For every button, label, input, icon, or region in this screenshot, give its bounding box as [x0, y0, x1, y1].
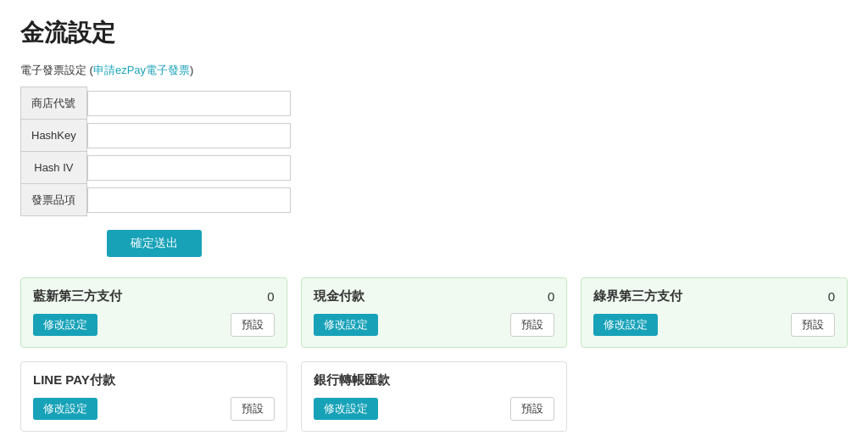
- invoice-field-row-invoice_item: 發票品項: [21, 184, 292, 216]
- card-header-linepay: LINE PAY付款: [33, 372, 275, 388]
- edit-button-linepay[interactable]: 修改設定: [33, 398, 97, 420]
- field-input-hash_key[interactable]: [87, 123, 291, 148]
- field-label-hash_key: HashKey: [21, 120, 87, 152]
- preset-button-cash[interactable]: 預設: [510, 313, 554, 337]
- card-footer-bluepay: 修改設定 預設: [33, 313, 275, 337]
- payment-card-bank: 銀行轉帳匯款 修改設定 預設: [301, 361, 568, 432]
- field-label-invoice_item: 發票品項: [21, 184, 87, 216]
- invoice-field-row-merchant_id: 商店代號: [21, 87, 292, 120]
- preset-button-ecpay[interactable]: 預設: [791, 313, 835, 337]
- card-footer-cash: 修改設定 預設: [314, 313, 555, 337]
- payment-row-1: 藍新第三方支付 0 修改設定 預設 現金付款 0 修改設定 預設 綠界第三方支付…: [20, 277, 848, 348]
- invoice-section-label: 電子發票設定 (申請ezPay電子發票): [20, 63, 848, 78]
- edit-button-bluepay[interactable]: 修改設定: [33, 314, 97, 336]
- payment-card-bluepay: 藍新第三方支付 0 修改設定 預設: [20, 277, 287, 348]
- card-count-cash: 0: [548, 289, 554, 304]
- card-header-bluepay: 藍新第三方支付 0: [33, 288, 275, 305]
- preset-button-bluepay[interactable]: 預設: [231, 313, 275, 337]
- card-title-bank: 銀行轉帳匯款: [314, 372, 390, 388]
- card-title-bluepay: 藍新第三方支付: [33, 288, 122, 305]
- card-title-ecpay: 綠界第三方支付: [593, 288, 682, 305]
- preset-button-linepay[interactable]: 預設: [231, 397, 275, 421]
- card-header-bank: 銀行轉帳匯款: [314, 372, 555, 388]
- invoice-field-row-hash_iv: Hash IV: [21, 152, 292, 184]
- field-input-merchant_id[interactable]: [87, 91, 291, 116]
- card-count-ecpay: 0: [828, 289, 835, 304]
- card-footer-bank: 修改設定 預設: [314, 397, 555, 421]
- edit-button-cash[interactable]: 修改設定: [314, 314, 378, 336]
- invoice-form: 商店代號 HashKey Hash IV 發票品項: [20, 87, 292, 216]
- card-count-bluepay: 0: [267, 289, 274, 304]
- edit-button-ecpay[interactable]: 修改設定: [593, 314, 658, 336]
- card-footer-linepay: 修改設定 預設: [33, 397, 275, 421]
- payment-card-linepay: LINE PAY付款 修改設定 預設: [20, 361, 287, 432]
- card-header-cash: 現金付款 0: [314, 288, 555, 305]
- payment-row-2: LINE PAY付款 修改設定 預設 銀行轉帳匯款 修改設定 預設: [20, 361, 848, 432]
- card-header-ecpay: 綠界第三方支付 0: [593, 288, 835, 305]
- payment-card-cash: 現金付款 0 修改設定 預設: [301, 277, 568, 348]
- field-label-merchant_id: 商店代號: [21, 87, 87, 120]
- submit-button[interactable]: 確定送出: [107, 230, 202, 257]
- field-label-hash_iv: Hash IV: [21, 152, 87, 184]
- payment-row2-placeholder: [581, 361, 848, 432]
- card-footer-ecpay: 修改設定 預設: [593, 313, 835, 337]
- invoice-field-row-hash_key: HashKey: [21, 120, 292, 152]
- card-title-cash: 現金付款: [314, 288, 364, 305]
- edit-button-bank[interactable]: 修改設定: [314, 398, 378, 420]
- payment-card-ecpay: 綠界第三方支付 0 修改設定 預設: [581, 277, 848, 348]
- card-title-linepay: LINE PAY付款: [33, 372, 115, 388]
- page-title: 金流設定: [20, 17, 848, 49]
- field-input-hash_iv[interactable]: [87, 155, 291, 181]
- preset-button-bank[interactable]: 預設: [510, 397, 554, 421]
- invoice-link[interactable]: 申請ezPay電子發票: [93, 64, 190, 76]
- field-input-invoice_item[interactable]: [87, 187, 291, 213]
